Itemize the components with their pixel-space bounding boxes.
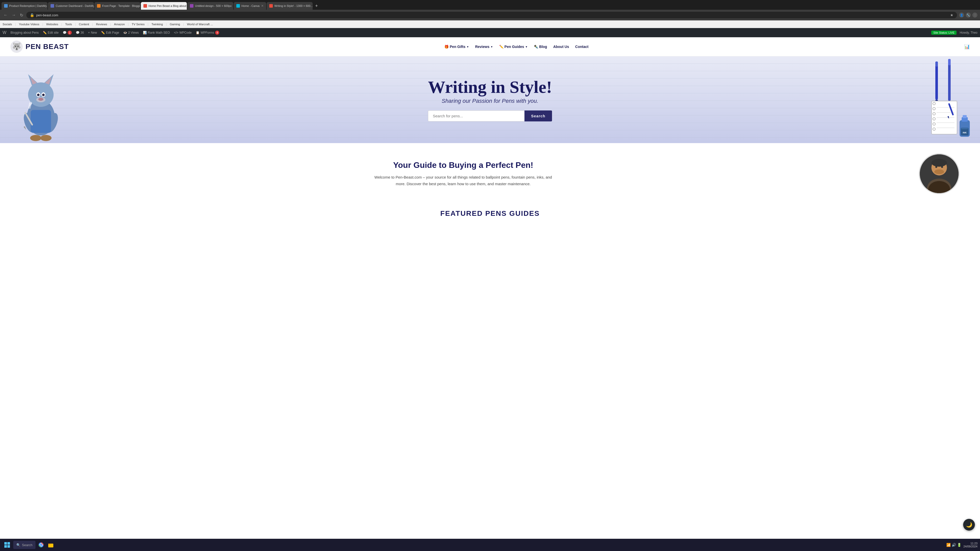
search-button[interactable]: Search xyxy=(525,110,552,121)
nav-pen-gifts[interactable]: 🎁 Pen Gifts ▼ xyxy=(444,44,469,49)
bookmark-twinking[interactable]: Twinking xyxy=(151,23,163,26)
nav-contact[interactable]: Contact xyxy=(575,44,589,49)
nav-about[interactable]: About Us xyxy=(553,44,569,49)
svg-point-54 xyxy=(934,169,944,174)
svg-point-11 xyxy=(42,94,45,96)
url-box[interactable]: 🔒 pen-beast.com ★ xyxy=(26,12,957,18)
tab-6-close[interactable]: ✕ xyxy=(261,4,264,8)
wp-edit-page-label: Edit Page xyxy=(106,31,119,35)
bookmark-amazon[interactable]: Amazon xyxy=(114,23,125,26)
wp-views[interactable]: 👁️ 2 Views xyxy=(123,31,139,35)
tab-3-title: Front Page · Template · Bloggi... xyxy=(102,4,140,7)
nav-pen-gifts-label: Pen Gifts xyxy=(450,44,465,49)
svg-rect-16 xyxy=(30,110,51,133)
url-actions: ★ xyxy=(950,13,953,17)
tab-6[interactable]: Home - Canva ✕ xyxy=(234,2,266,10)
url-text: pen-beast.com xyxy=(36,13,948,17)
wp-admin-right: Site Status: LIVE Howdy, Theo xyxy=(931,30,977,35)
tab-5[interactable]: Untitled design - 500 × 600px ✕ xyxy=(187,2,233,10)
svg-rect-25 xyxy=(935,62,938,67)
wp-site-status: Site Status: LIVE xyxy=(931,30,956,35)
wp-edit-site[interactable]: ✏️ Edit site xyxy=(43,31,59,35)
nav-pen-guides[interactable]: ✏️ Pen Guides ▼ xyxy=(499,44,528,49)
address-bar: ← → ↻ 🔒 pen-beast.com ★ 👤 🔧 ⋮ xyxy=(0,10,980,21)
svg-point-3 xyxy=(28,83,54,107)
tab-1[interactable]: Product Redemption | DarkMy... ✕ xyxy=(2,2,48,10)
wp-forms-count: 4 xyxy=(215,30,219,35)
wp-seo-label: Rank Math SEO xyxy=(148,31,170,35)
svg-point-55 xyxy=(935,166,937,168)
bookmark-icon[interactable]: ★ xyxy=(950,13,953,17)
search-input[interactable] xyxy=(428,110,525,121)
nav-about-label: About Us xyxy=(553,44,569,49)
bookmark-tv[interactable]: TV Series xyxy=(132,23,145,26)
tab-7[interactable]: Writing in Style! - 1300 × 600... ✕ xyxy=(267,2,313,10)
bookmark-youtube[interactable]: Youtube Videos xyxy=(19,23,39,26)
bookmark-gaming[interactable]: Gaming xyxy=(170,23,180,26)
tab-bar: Product Redemption | DarkMy... ✕ Custome… xyxy=(0,0,980,10)
about-title: Your Guide to Buying a Perfect Pen! xyxy=(21,160,906,170)
svg-rect-48 xyxy=(961,128,968,129)
tab-4-favicon xyxy=(143,4,147,8)
svg-rect-46 xyxy=(963,115,967,118)
wp-new-label: New xyxy=(91,31,97,35)
hero-search-bar: Search xyxy=(428,110,552,121)
bookmark-websites[interactable]: Websites xyxy=(46,23,58,26)
bookmark-socials[interactable]: Socials xyxy=(3,23,12,26)
wp-logo-icon[interactable]: W xyxy=(3,30,6,35)
hero-right-decorations: INK xyxy=(898,56,980,143)
wp-notif-count: 1 xyxy=(68,30,72,35)
bookmark-tools[interactable]: Tools xyxy=(65,23,72,26)
bookmark-content[interactable]: Content xyxy=(79,23,89,26)
tab-5-close[interactable]: ✕ xyxy=(233,4,233,8)
wp-edit-site-label: Edit site xyxy=(48,31,59,35)
pen-gifts-chevron-icon: ▼ xyxy=(466,45,469,48)
bookmark-wow[interactable]: World of Warcraft ... xyxy=(187,23,213,26)
ink-bottle-decoration: INK xyxy=(955,113,975,138)
pen-guides-icon: ✏️ xyxy=(499,44,504,49)
hero-subtitle: Sharing our Passion for Pens with you. xyxy=(428,98,552,104)
tab-1-title: Product Redemption | DarkMy... xyxy=(9,4,48,7)
wp-comments-count: 36 xyxy=(81,31,84,35)
bookmarks-bar: Socials | Youtube Videos | Websites | To… xyxy=(0,21,980,28)
tab-7-favicon xyxy=(269,4,273,8)
wp-howdy[interactable]: Howdy, Theo xyxy=(959,31,977,35)
new-tab-button[interactable]: + xyxy=(313,2,320,10)
wp-seo[interactable]: 📊 Rank Math SEO xyxy=(143,31,170,35)
svg-point-19 xyxy=(30,135,41,141)
site-header: 🐺 PEN BEAST 🎁 Pen Gifts ▼ Reviews ▼ ✏️ P… xyxy=(0,37,980,56)
about-body: Welcome to Pen-Beast.com – your source f… xyxy=(374,174,552,187)
nav-pen-guides-label: Pen Guides xyxy=(504,44,524,49)
logo-wolf-icon: 🐺 xyxy=(10,40,23,53)
tab-7-title: Writing in Style! - 1300 × 600... xyxy=(274,4,313,7)
wp-forms-label: WPForms xyxy=(200,31,214,35)
wp-new[interactable]: + New xyxy=(88,31,97,35)
nav-blog[interactable]: ✒️ Blog xyxy=(534,44,547,49)
site-logo[interactable]: 🐺 PEN BEAST xyxy=(10,40,68,53)
extension-icon[interactable]: 🔧 xyxy=(966,13,971,17)
bookmark-reviews[interactable]: Reviews xyxy=(96,23,107,26)
svg-text:🐺: 🐺 xyxy=(12,42,21,51)
tab-4-active[interactable]: Home Pen Beast a Blog about ... ✕ xyxy=(141,2,187,10)
svg-point-13 xyxy=(38,98,43,101)
nav-blog-label: Blog xyxy=(539,44,547,49)
svg-rect-23 xyxy=(935,62,938,100)
profile-icon[interactable]: 👤 xyxy=(959,13,964,17)
wp-comments[interactable]: 💬 36 xyxy=(76,31,84,35)
tab-6-title: Home - Canva xyxy=(242,4,259,7)
tab-2-title: Customer Dashboard - DarkMy... xyxy=(56,4,94,7)
back-button[interactable]: ← xyxy=(3,12,9,18)
wp-code[interactable]: </> WPCode xyxy=(174,31,192,35)
menu-icon[interactable]: ⋮ xyxy=(972,13,977,17)
tab-2[interactable]: Customer Dashboard - DarkMy... ✕ xyxy=(48,2,94,10)
wp-forms[interactable]: 📋 WPForms 4 xyxy=(196,30,219,35)
nav-reviews[interactable]: Reviews ▼ xyxy=(475,44,493,49)
wp-site-name[interactable]: Blogging about Pens xyxy=(11,31,39,35)
reload-button[interactable]: ↻ xyxy=(19,12,24,19)
wp-notif[interactable]: 💬 1 xyxy=(63,30,72,35)
tab-3-favicon xyxy=(97,4,100,8)
chart-icon[interactable]: 📊 xyxy=(964,44,970,49)
wp-edit-page[interactable]: ✏️ Edit Page xyxy=(101,31,119,35)
tab-3[interactable]: Front Page · Template · Bloggi... ✕ xyxy=(94,2,140,10)
forward-button[interactable]: → xyxy=(11,12,17,18)
